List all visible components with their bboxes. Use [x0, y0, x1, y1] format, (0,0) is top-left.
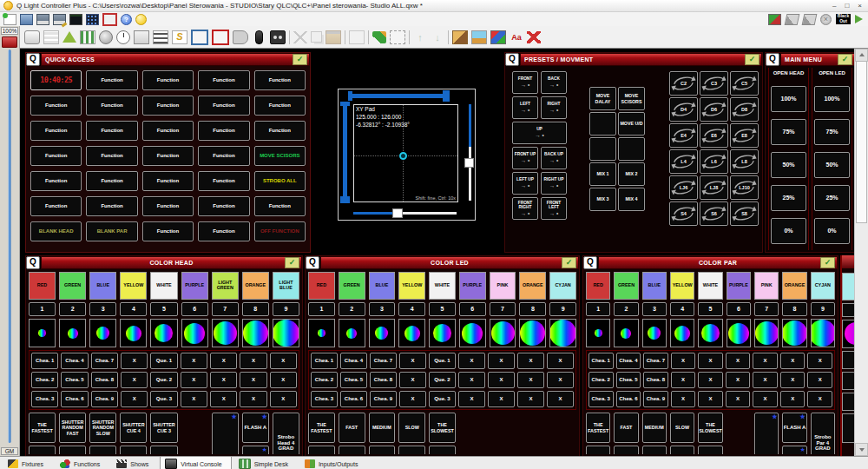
- speed-button[interactable]: THE FASTEST: [29, 413, 56, 443]
- intensity-button[interactable]: 50%: [814, 152, 850, 178]
- chase-button[interactable]: Chea. 3: [589, 391, 614, 407]
- intensity-button[interactable]: 75%: [771, 119, 806, 145]
- intensity-button[interactable]: 75%: [814, 119, 850, 145]
- color-button[interactable]: LIGHT BLUE: [273, 272, 299, 300]
- rainbow-dot-button[interactable]: [369, 319, 396, 347]
- clipped-button[interactable]: [614, 446, 638, 454]
- xypad-pan-handle[interactable]: [392, 208, 403, 218]
- direction-preset-button[interactable]: RIGHT UP: [541, 172, 567, 195]
- enable-check-icon[interactable]: ✓: [745, 54, 760, 65]
- quick-access-button[interactable]: 10:40:25: [30, 70, 82, 90]
- flash-a-button[interactable]: FLASH A: [782, 413, 806, 443]
- strobo-button[interactable]: Strobo Head 4 GRAD: [273, 413, 299, 454]
- number-button[interactable]: 6: [459, 302, 486, 316]
- flash-button[interactable]: FLASH: [212, 413, 239, 454]
- chase-button[interactable]: Que. 2: [429, 372, 456, 388]
- number-button[interactable]: 4: [120, 302, 147, 316]
- delete-icon[interactable]: [349, 30, 365, 44]
- chase-button[interactable]: Que. 3: [429, 391, 456, 407]
- chase-button[interactable]: X: [270, 353, 297, 369]
- number-button[interactable]: 2: [59, 302, 86, 316]
- paste-icon[interactable]: [326, 30, 341, 44]
- quick-access-button[interactable]: Function: [30, 121, 82, 141]
- quick-access-button[interactable]: MOVE SCISORS: [254, 146, 306, 166]
- grand-master-handle[interactable]: [2, 36, 17, 48]
- chase-button[interactable]: Chea. 7: [370, 353, 397, 369]
- number-button[interactable]: 8: [242, 302, 269, 316]
- quick-access-button[interactable]: Function: [142, 171, 194, 191]
- background-color-icon[interactable]: [452, 30, 468, 44]
- quick-access-button[interactable]: Function: [254, 96, 306, 116]
- direction-preset-button[interactable]: FRONT UP: [512, 147, 538, 169]
- chase-button[interactable]: X: [753, 372, 778, 388]
- move-preset-button[interactable]: [618, 137, 645, 161]
- rotate-preset-button[interactable]: E4: [669, 123, 698, 148]
- quick-access-button[interactable]: Function: [142, 96, 194, 116]
- chase-button[interactable]: Que. 1: [150, 353, 177, 369]
- rotate-preset-button[interactable]: LJ6: [669, 175, 698, 200]
- direction-preset-button[interactable]: LEFT UP: [512, 172, 538, 195]
- xypad-tilt-handle[interactable]: [464, 158, 474, 168]
- speed-button[interactable]: THE FASTEST: [308, 413, 335, 443]
- quick-access-button[interactable]: Function: [198, 196, 249, 216]
- cut-icon[interactable]: [293, 31, 307, 43]
- quick-access-button[interactable]: OFF FUNCTION: [254, 221, 306, 241]
- color-button[interactable]: RED: [29, 272, 56, 300]
- number-button[interactable]: 8: [519, 302, 546, 316]
- reset-icon[interactable]: [527, 31, 541, 43]
- speed-button[interactable]: SHUTTER RANDOM SLOW: [89, 413, 116, 443]
- rotate-preset-button[interactable]: D8: [730, 97, 759, 122]
- clipped-button[interactable]: [429, 446, 456, 454]
- operate-mode-play-icon[interactable]: [855, 15, 863, 23]
- chase-button[interactable]: X: [698, 391, 723, 407]
- chase-button[interactable]: X: [547, 372, 574, 388]
- fade-in-icon[interactable]: [785, 14, 800, 25]
- red-frame-icon[interactable]: [212, 30, 229, 45]
- quick-access-button[interactable]: Function: [142, 121, 194, 141]
- chase-button[interactable]: Chea. 5: [61, 372, 88, 388]
- color-button[interactable]: BLUE: [89, 272, 116, 300]
- chase-button[interactable]: X: [458, 391, 485, 407]
- chase-button[interactable]: Chea. 7: [643, 353, 668, 369]
- quick-access-button[interactable]: Function: [198, 96, 249, 116]
- move-preset-button[interactable]: MIX 2: [618, 162, 645, 186]
- xypad-area[interactable]: XY Pad 125.000 : 126.000 -6.32812° : -2.…: [353, 104, 458, 202]
- audio-widget-icon[interactable]: [255, 30, 263, 44]
- chase-button[interactable]: X: [671, 353, 696, 369]
- chase-button[interactable]: X: [181, 353, 207, 369]
- xypad-position-marker[interactable]: [399, 152, 407, 160]
- foreground-color-icon[interactable]: [490, 30, 506, 44]
- rotate-preset-button[interactable]: S8: [730, 201, 759, 226]
- chase-button[interactable]: X: [270, 372, 297, 388]
- clipped-button[interactable]: [59, 446, 86, 454]
- chase-button[interactable]: Chea. 7: [91, 353, 118, 369]
- color-button[interactable]: GREEN: [59, 272, 86, 300]
- chase-button[interactable]: Chea. 6: [340, 391, 367, 407]
- rotate-preset-button[interactable]: L4: [669, 149, 698, 174]
- chase-button[interactable]: Chea. 1: [589, 353, 614, 369]
- rainbow-dot-button[interactable]: [339, 319, 365, 347]
- speed-button[interactable]: THE SLOWEST: [698, 413, 723, 443]
- intensity-button[interactable]: 50%: [771, 152, 806, 178]
- clipped-button[interactable]: [89, 446, 116, 454]
- color-button[interactable]: CYJAN: [549, 272, 576, 300]
- clipped-button[interactable]: [150, 446, 177, 454]
- rainbow-dot-button[interactable]: [670, 319, 694, 347]
- rotate-preset-button[interactable]: E8: [730, 123, 759, 148]
- save-icon[interactable]: [36, 14, 49, 25]
- color-button[interactable]: ORANGE: [519, 272, 546, 300]
- quick-access-button[interactable]: Function: [86, 70, 137, 90]
- rename-icon[interactable]: [390, 30, 405, 44]
- chase-button[interactable]: Chea. 8: [643, 372, 668, 388]
- minimize-button[interactable]: –: [832, 1, 836, 10]
- chase-button[interactable]: X: [726, 372, 751, 388]
- chase-button[interactable]: Chea. 4: [340, 353, 367, 369]
- xypad-pan-slider[interactable]: [353, 212, 457, 215]
- chase-button[interactable]: X: [181, 391, 207, 407]
- quick-access-button[interactable]: STROBO ALL: [254, 171, 306, 191]
- enable-check-icon[interactable]: ✓: [838, 54, 852, 65]
- clock-widget-icon[interactable]: [116, 30, 130, 44]
- rainbow-dot-button[interactable]: [429, 319, 456, 347]
- chase-button[interactable]: X: [240, 372, 266, 388]
- number-button[interactable]: 5: [698, 302, 722, 316]
